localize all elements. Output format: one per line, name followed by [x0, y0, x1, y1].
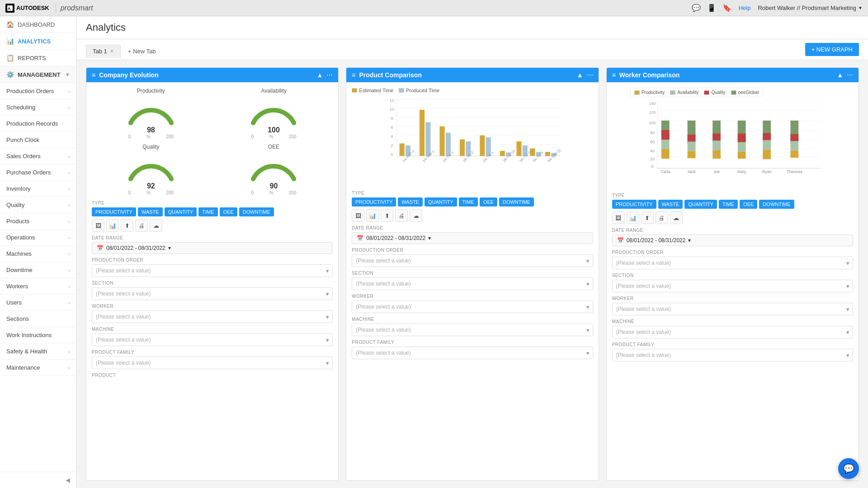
- machine-select[interactable]: (Please select a value): [92, 333, 333, 346]
- pc-date-range-picker[interactable]: 📅 08/01/2022 - 08/31/2022 ▾: [352, 232, 593, 244]
- sidebar-item-products[interactable]: Products ›: [0, 213, 76, 230]
- sidebar-item-production-orders[interactable]: Production Orders ›: [0, 83, 76, 99]
- company-evolution-collapse-icon[interactable]: ▲: [316, 71, 323, 79]
- product-comparison-collapse-icon[interactable]: ▲: [577, 71, 583, 79]
- production-order-select[interactable]: (Please select a value): [92, 264, 333, 277]
- sidebar-item-reports[interactable]: 📋 REPORTS: [0, 50, 76, 66]
- pc-quantity-btn[interactable]: QUANTITY: [425, 197, 457, 206]
- product-comparison-menu-icon[interactable]: ⋯: [587, 71, 593, 79]
- print-btn[interactable]: 🖨: [135, 219, 148, 232]
- sidebar-item-management[interactable]: ⚙️ MANAGEMENT ▼: [0, 66, 76, 83]
- pc-product-family-select[interactable]: (Please select a value): [352, 347, 593, 359]
- collapse-sidebar-button[interactable]: ◀: [0, 472, 76, 488]
- wc-quantity-btn[interactable]: QUANTITY: [684, 200, 717, 209]
- wc-machine-select[interactable]: (Please select a value): [612, 326, 853, 338]
- product-family-select[interactable]: (Please select a value): [92, 357, 333, 369]
- time-btn[interactable]: TIME: [198, 207, 217, 216]
- section-select[interactable]: (Please select a value): [92, 287, 333, 300]
- pc-image-btn[interactable]: 🖼: [352, 209, 364, 222]
- wc-time-btn[interactable]: TIME: [719, 200, 738, 209]
- wc-product-family-select[interactable]: (Please select a value): [612, 349, 853, 361]
- wc-chart-btn[interactable]: 📊: [627, 211, 639, 224]
- wc-date-range-picker[interactable]: 📅 08/01/2022 - 08/31/2022 ▾: [612, 235, 853, 246]
- upload-btn[interactable]: ⬆: [121, 219, 133, 232]
- sidebar-item-analytics[interactable]: 📊 ANALYTICS: [0, 33, 76, 50]
- sidebar-inventory-label: Inventory: [6, 185, 30, 192]
- pc-worker-select[interactable]: (Please select a value): [352, 300, 593, 313]
- wc-print-btn[interactable]: 🖨: [656, 211, 668, 224]
- tab-1-close-icon[interactable]: ✕: [110, 48, 114, 54]
- sidebar-item-scheduling[interactable]: Scheduling ›: [0, 99, 76, 116]
- sidebar-item-users[interactable]: Users ›: [0, 295, 76, 311]
- worker-comparison-collapse-icon[interactable]: ▲: [837, 71, 843, 79]
- sidebar-item-quality[interactable]: Quality ›: [0, 197, 76, 213]
- pc-upload-btn[interactable]: ⬆: [381, 209, 393, 222]
- availability-label: Availability: [261, 88, 286, 94]
- sidebar-item-workers[interactable]: Workers ›: [0, 278, 76, 295]
- pc-machine-select[interactable]: (Please select a value): [352, 324, 593, 336]
- sidebar-item-downtime[interactable]: Downtime ›: [0, 262, 76, 278]
- new-tab-button[interactable]: + New Tab: [123, 45, 161, 57]
- date-range-picker[interactable]: 📅 08/01/2022 - 08/31/2022 ▾: [92, 242, 333, 254]
- wc-downtime-btn[interactable]: DOWNTIME: [759, 200, 794, 209]
- sidebar-item-maintenance[interactable]: Maintenance ›: [0, 360, 76, 376]
- wc-oee-btn[interactable]: OEE: [740, 200, 757, 209]
- sidebar-item-machines[interactable]: Machines ›: [0, 246, 76, 262]
- sidebar-item-sections[interactable]: Sections: [0, 311, 76, 327]
- pc-chart-btn[interactable]: 📊: [366, 209, 379, 222]
- cloud-btn[interactable]: ☁: [150, 219, 162, 232]
- sidebar-item-safety-health[interactable]: Safety & Health ›: [0, 343, 76, 360]
- sidebar-reports-label: REPORTS: [18, 55, 46, 61]
- svg-text:10: 10: [390, 107, 394, 112]
- sidebar-item-production-records[interactable]: Production Records: [0, 116, 76, 132]
- pc-downtime-btn[interactable]: DOWNTIME: [499, 197, 534, 206]
- sidebar-item-inventory[interactable]: Inventory ›: [0, 181, 76, 197]
- pc-cloud-btn[interactable]: ☁: [410, 209, 422, 222]
- oee-value: 90: [270, 182, 278, 190]
- pc-time-btn[interactable]: TIME: [459, 197, 478, 206]
- chart-export-btn[interactable]: 📊: [106, 219, 119, 232]
- oee-type-btn[interactable]: OEE: [220, 207, 237, 216]
- sidebar-item-sales-orders[interactable]: Sales Orders ›: [0, 148, 76, 164]
- new-graph-button[interactable]: + NEW GRAPH: [805, 43, 859, 56]
- waste-btn[interactable]: WASTE: [138, 207, 163, 216]
- help-link[interactable]: Help: [739, 5, 751, 11]
- wc-section-label: SECTION: [612, 273, 853, 278]
- mobile-icon[interactable]: 📱: [707, 4, 716, 12]
- wc-section-select[interactable]: (Please select a value): [612, 280, 853, 292]
- chat-widget[interactable]: 💬: [838, 458, 859, 479]
- sidebar-item-work-instructions[interactable]: Work Instructions: [0, 327, 76, 343]
- bookmark-icon[interactable]: 🔖: [722, 4, 731, 12]
- pc-section-select[interactable]: (Please select a value): [352, 277, 593, 290]
- quantity-btn[interactable]: QUANTITY: [165, 207, 197, 216]
- pc-oee-btn[interactable]: OEE: [480, 197, 497, 206]
- pc-productivity-btn[interactable]: PRODUCTIVITY: [352, 197, 396, 206]
- wc-bar: [661, 140, 670, 149]
- wc-productivity-btn[interactable]: PRODUCTIVITY: [612, 200, 656, 209]
- sidebar-item-punch-clock[interactable]: Punch Clock: [0, 132, 76, 148]
- company-evolution-menu-icon[interactable]: ⋯: [326, 71, 333, 79]
- chat-icon[interactable]: 💬: [692, 4, 701, 12]
- pc-waste-btn[interactable]: WASTE: [398, 197, 423, 206]
- sidebar-item-operations[interactable]: Operations ›: [0, 230, 76, 246]
- wc-image-btn[interactable]: 🖼: [612, 211, 625, 224]
- wc-cloud-btn[interactable]: ☁: [670, 211, 683, 224]
- wc-production-order-select[interactable]: (Please select a value): [612, 257, 853, 269]
- downtime-btn[interactable]: DOWNTIME: [239, 207, 274, 216]
- bar: [440, 127, 445, 156]
- wc-waste-btn[interactable]: WASTE: [658, 200, 683, 209]
- productivity-btn[interactable]: PRODUCTIVITY: [92, 207, 136, 216]
- sidebar-item-dashboard[interactable]: 🏠 DASHBOARD: [0, 16, 76, 33]
- pc-print-btn[interactable]: 🖨: [395, 209, 408, 222]
- sidebar-item-purchase-orders[interactable]: Purchase Orders ›: [0, 164, 76, 181]
- pc-production-order-select[interactable]: (Please select a value): [352, 254, 593, 267]
- worker-select[interactable]: (Please select a value): [92, 310, 333, 323]
- image-export-btn[interactable]: 🖼: [92, 219, 104, 232]
- worker-comparison-menu-icon[interactable]: ⋯: [847, 71, 853, 79]
- wc-worker-wrap: (Please select a value) ▾: [612, 303, 853, 315]
- svg-text:60: 60: [650, 140, 655, 144]
- user-menu[interactable]: Robert Walker // Prodsmart Marketing ▼: [758, 5, 863, 11]
- wc-worker-select[interactable]: (Please select a value): [612, 303, 853, 315]
- wc-upload-btn[interactable]: ⬆: [641, 211, 654, 224]
- tab-1[interactable]: Tab 1 ✕: [86, 45, 121, 58]
